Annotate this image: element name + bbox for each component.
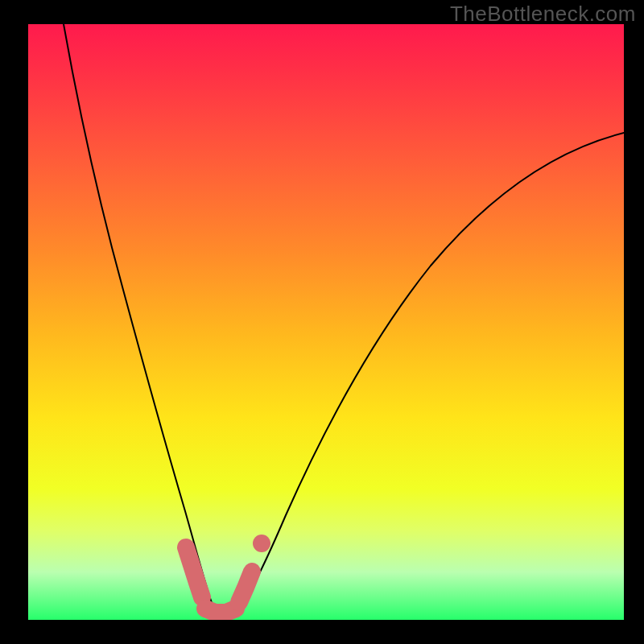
chart-svg	[28, 24, 624, 620]
highlight-bottom-segment	[205, 609, 236, 613]
left-curve	[64, 24, 218, 613]
highlight-left-segment	[186, 547, 202, 597]
highlight-right-segment	[239, 572, 252, 602]
right-curve	[235, 133, 624, 613]
watermark-text: TheBottleneck.com	[450, 2, 636, 27]
chart-frame: TheBottleneck.com	[0, 0, 644, 644]
highlight-end-dot	[253, 535, 270, 552]
plot-area	[28, 24, 624, 620]
